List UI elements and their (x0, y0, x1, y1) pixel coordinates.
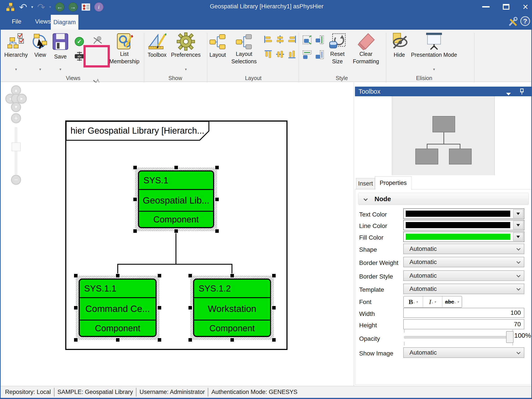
align-center-horizontal-icon[interactable] (276, 50, 285, 60)
line-color-dropdown[interactable] (513, 221, 523, 229)
match-size-both-icon[interactable] (302, 35, 312, 45)
selection-handle[interactable] (74, 273, 78, 278)
tab-insert[interactable]: Insert (356, 178, 375, 189)
selection-handle[interactable] (272, 273, 276, 278)
toolbox-button-icon[interactable] (148, 33, 166, 51)
selection-handle[interactable] (230, 338, 234, 342)
selection-handle[interactable] (174, 229, 178, 233)
align-right-icon[interactable] (288, 35, 296, 45)
selection-handle[interactable] (74, 338, 78, 342)
width-input[interactable] (403, 308, 524, 318)
presentation-dropdown-icon[interactable]: ▾ (433, 67, 435, 72)
presentation-mode-button-icon[interactable] (425, 32, 443, 52)
list-membership-button-line2[interactable]: Membership (109, 58, 139, 65)
hide-button-icon[interactable] (391, 33, 408, 51)
toolbox-diagram-preview[interactable] (392, 96, 495, 175)
hierarchy-button-icon[interactable] (7, 33, 25, 52)
show-image-select[interactable]: Automatic (403, 347, 524, 358)
selection-handle[interactable] (115, 273, 120, 278)
match-width-icon[interactable] (302, 50, 312, 60)
diagram-node-sys1[interactable]: SYS.1 Geospatial Lib... Component (138, 170, 214, 228)
diagram-node-sys1-1[interactable]: SYS.1.1 Command Ce... Component (79, 278, 157, 337)
minimize-button[interactable] (482, 6, 490, 7)
hierarchy-dropdown-icon[interactable]: ▾ (15, 67, 17, 72)
selection-handle[interactable] (157, 338, 162, 342)
layout-button-icon[interactable] (209, 34, 226, 51)
selection-handle[interactable] (230, 273, 234, 278)
selection-handle[interactable] (272, 306, 276, 310)
section-collapse-icon[interactable] (364, 197, 367, 201)
selection-handle[interactable] (215, 165, 219, 170)
line-color-picker[interactable] (403, 220, 524, 230)
opacity-slider-track[interactable] (404, 336, 513, 339)
selection-handle[interactable] (133, 229, 137, 233)
height-input[interactable] (403, 319, 524, 329)
align-center-vertical-icon[interactable] (276, 35, 285, 45)
list-membership-button[interactable]: List (120, 51, 129, 57)
selection-handle[interactable] (188, 338, 192, 342)
border-weight-select[interactable]: Automatic (403, 257, 524, 267)
fill-color-picker[interactable] (403, 232, 524, 242)
opacity-slider-thumb[interactable] (506, 331, 513, 343)
reset-size-button-icon[interactable] (329, 33, 346, 51)
shape-select[interactable]: Automatic (403, 244, 524, 254)
fill-color-dropdown[interactable] (513, 232, 523, 241)
selection-handle[interactable] (157, 306, 162, 310)
layout-selections-button[interactable]: Layout (236, 51, 252, 57)
tab-diagram[interactable]: Diagram (51, 15, 78, 30)
clear-formatting-button[interactable]: Clear (359, 51, 373, 57)
node-selection-sys1-2[interactable]: SYS.1.2 Workstation Component (190, 276, 274, 340)
font-italic-button[interactable]: I * ▾ (423, 296, 442, 307)
customize-tools-icon[interactable] (508, 17, 518, 28)
tab-properties[interactable]: Properties (375, 176, 412, 189)
panel-pin-icon[interactable] (520, 88, 524, 97)
save-button[interactable]: Save (54, 53, 67, 60)
diagram-node-sys1-2[interactable]: SYS.1.2 Workstation Component (193, 278, 271, 337)
entity-card-icon[interactable] (82, 2, 90, 12)
selection-handle[interactable] (188, 306, 192, 310)
panel-menu-icon[interactable] (506, 90, 511, 97)
selection-handle[interactable] (215, 229, 219, 233)
layout-selections-button-line2[interactable]: Selections (231, 58, 257, 65)
border-style-select[interactable]: Automatic (403, 270, 524, 281)
layout-selections-button-icon[interactable] (236, 34, 252, 51)
selection-handle[interactable] (157, 273, 162, 278)
preferences-button-icon[interactable] (177, 32, 195, 52)
align-bottom-icon[interactable] (288, 50, 296, 60)
toolbox-panel-header[interactable]: Toolbox (355, 87, 532, 96)
navigate-forward-button[interactable]: → (68, 2, 77, 12)
align-top-icon[interactable] (264, 50, 272, 60)
text-color-dropdown[interactable] (513, 210, 523, 218)
presentation-mode-button[interactable]: Presentation Mode (411, 52, 457, 58)
font-bold-button[interactable]: B * ▾ (404, 296, 423, 307)
selection-handle[interactable] (133, 197, 137, 202)
node-section-header[interactable]: Node (358, 193, 529, 205)
clear-formatting-button-icon[interactable] (357, 32, 375, 52)
view-dropdown-icon[interactable]: ▾ (39, 67, 41, 72)
align-left-icon[interactable] (264, 35, 272, 45)
reset-size-button[interactable]: Reset (330, 51, 344, 57)
preferences-dropdown-icon[interactable]: ▾ (185, 67, 187, 72)
diagram-canvas[interactable]: ▲ ◄ ► ▼ + − hier Geospatial Library [Hie… (1, 83, 354, 386)
help-button[interactable]: ? (520, 16, 530, 26)
redo-button[interactable]: ↷ (37, 2, 45, 12)
selection-handle[interactable] (133, 165, 137, 170)
match-height-icon[interactable] (315, 35, 324, 45)
compare-text-icon[interactable]: abc (75, 51, 85, 62)
selection-handle[interactable] (272, 338, 276, 342)
undo-dropdown-icon[interactable]: ▾ (31, 2, 33, 12)
zoom-out-button[interactable]: − (11, 175, 21, 185)
close-button[interactable]: × (523, 2, 528, 12)
maximize-button[interactable] (503, 4, 509, 10)
hierarchy-button[interactable]: Hierarchy (4, 52, 28, 58)
navigate-back-button[interactable]: ← (55, 2, 64, 12)
list-membership-button-icon[interactable] (115, 33, 133, 51)
spellcheck-ok-icon[interactable]: ✓ (75, 37, 84, 46)
save-button-icon[interactable] (52, 33, 68, 51)
redo-dropdown-icon[interactable]: ▾ (49, 2, 51, 12)
selection-handle[interactable] (115, 338, 120, 342)
undo-button[interactable]: ↶ (19, 2, 27, 12)
hide-button[interactable]: Hide (394, 52, 405, 58)
view-button[interactable]: View (34, 52, 46, 58)
selection-handle[interactable] (188, 273, 192, 278)
